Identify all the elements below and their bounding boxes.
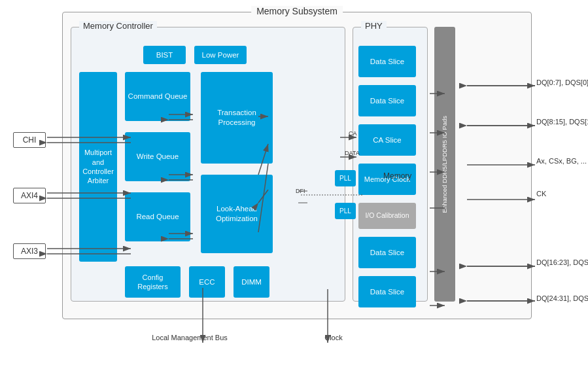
enhanced-ddr5-bar: Enhanced DDR5/LPDDR5 IO Pads [434, 27, 455, 302]
dq2431-label: DQ[24:31], DQS[3] [536, 294, 588, 302]
memory-subsystem-box: Memory Subsystem Memory Controller BIST … [62, 12, 532, 319]
memory-subsystem-title: Memory Subsystem [251, 6, 343, 16]
look-ahead-block: Look-Ahead Optimization [201, 175, 273, 253]
read-queue-block: Read Queue [125, 192, 190, 241]
dq07-label: DQ[0:7], DQS[0] [536, 79, 588, 86]
axi4-interface: AXI4 [13, 188, 46, 203]
data-slice-4-block: Data Slice [358, 276, 416, 307]
axi3-interface: AXI3 [13, 243, 46, 259]
ca-slice-block: CA Slice [358, 124, 416, 156]
config-registers-block: Config Registers [125, 266, 181, 298]
pll-top-block: PLL [335, 170, 356, 186]
data-slice-3-block: Data Slice [358, 237, 416, 268]
ecc-block: ECC [189, 266, 225, 298]
write-queue-block: Write Queue [125, 132, 190, 181]
phy-box: PHY Data Slice Data Slice CA Slice Memor… [353, 27, 428, 302]
clock-label: Clock [314, 334, 353, 341]
memory-controller-box: Memory Controller BIST Low Power Multipo… [71, 27, 345, 302]
phy-title: PHY [361, 21, 387, 31]
dimm-block: DIMM [233, 266, 269, 298]
data-slice-1-block: Data Slice [358, 46, 416, 77]
pll-bottom-block: PLL [335, 203, 356, 219]
diagram-container: Memory Subsystem Memory Controller BIST … [0, 0, 588, 367]
local-management-bus-label: Local Management Bus [137, 334, 242, 341]
multiport-block: Multiport and Controller Arbiter [79, 72, 117, 262]
dq815-label: DQ[8:15], DQS[1] [536, 118, 588, 126]
low-power-block: Low Power [194, 46, 247, 64]
transaction-processing-block: Transaction Processing [201, 72, 273, 164]
ck-label: CK [536, 190, 546, 198]
bist-block: BIST [143, 46, 186, 64]
io-calibration-block: I/O Calibration [358, 203, 416, 229]
enhanced-ddr5-text: Enhanced DDR5/LPDDR5 IO Pads [441, 116, 449, 213]
ax-csx-label: Ax, CSx, BG, ... [536, 157, 587, 165]
memory-label: Memory [383, 171, 411, 181]
command-queue-block: Command Queue [125, 72, 190, 121]
data-slice-2-block: Data Slice [358, 85, 416, 116]
memory-controller-title: Memory Controller [79, 21, 157, 31]
dq1623-label: DQ[16:23], DQS[2] [536, 258, 588, 266]
chi-interface: CHI [13, 132, 46, 148]
